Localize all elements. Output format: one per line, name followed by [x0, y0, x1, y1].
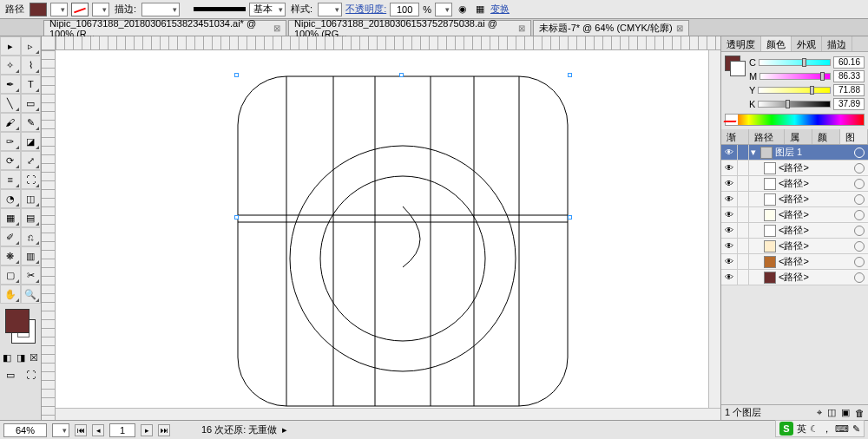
- sublayer-name[interactable]: <路径>: [779, 161, 809, 174]
- stroke-swatch[interactable]: [71, 3, 89, 16]
- gradient-mode-icon[interactable]: ◨: [14, 351, 28, 364]
- lock-column[interactable]: [737, 254, 749, 269]
- shape-builder-tool[interactable]: ◔: [0, 189, 21, 208]
- prev-artboard-icon[interactable]: ◂: [92, 424, 104, 436]
- y-slider[interactable]: [758, 87, 831, 94]
- k-slider[interactable]: [758, 101, 831, 108]
- zoom-dropdown[interactable]: [52, 423, 69, 437]
- target-icon[interactable]: [854, 179, 865, 189]
- sublayer-row[interactable]: 👁<路径>: [721, 176, 868, 192]
- lock-column[interactable]: [737, 207, 749, 222]
- transform-link[interactable]: 变换: [490, 3, 510, 16]
- visibility-icon[interactable]: 👁: [721, 257, 737, 266]
- lasso-tool[interactable]: ⌇: [21, 56, 42, 75]
- visibility-icon[interactable]: 👁: [721, 194, 737, 204]
- eyedropper-tool[interactable]: ✐: [0, 227, 21, 246]
- tab-layers[interactable]: 图层: [840, 129, 868, 144]
- delete-layer-icon[interactable]: 🗑: [855, 408, 865, 418]
- layer-name[interactable]: 图层 1: [775, 146, 802, 159]
- color-mode-icon[interactable]: ◧: [0, 351, 14, 364]
- sublayer-name[interactable]: <路径>: [779, 177, 809, 190]
- opacity-input[interactable]: [390, 3, 419, 16]
- horizontal-scrollbar[interactable]: [56, 408, 720, 420]
- lock-column[interactable]: [737, 145, 749, 160]
- c-value[interactable]: 60.16: [833, 56, 865, 69]
- sublayer-row[interactable]: 👁<路径>: [721, 223, 868, 239]
- sublayer-name[interactable]: <路径>: [779, 255, 809, 268]
- ime-punct-icon[interactable]: ，: [822, 423, 832, 436]
- m-slider[interactable]: [760, 73, 831, 80]
- selection-handle[interactable]: [399, 73, 404, 77]
- visibility-icon[interactable]: 👁: [721, 241, 737, 251]
- tab-pathfinder[interactable]: 路径查: [749, 129, 785, 144]
- vertical-ruler[interactable]: [42, 50, 56, 420]
- rectangle-tool[interactable]: ▭: [21, 94, 42, 113]
- ruler-origin[interactable]: [42, 36, 56, 50]
- y-value[interactable]: 71.88: [833, 84, 865, 96]
- ime-logo-icon[interactable]: S: [779, 422, 793, 436]
- tab-stroke[interactable]: 描边: [822, 36, 852, 51]
- visibility-icon[interactable]: 👁: [721, 147, 737, 157]
- target-icon[interactable]: [854, 210, 865, 220]
- target-icon[interactable]: [854, 241, 865, 252]
- selection-handle[interactable]: [568, 215, 572, 220]
- style-select[interactable]: [318, 3, 342, 16]
- gradient-tool[interactable]: ▤: [21, 208, 42, 227]
- fill-dropdown[interactable]: [50, 3, 68, 16]
- selection-tool[interactable]: ▸: [0, 36, 21, 56]
- new-layer-icon[interactable]: ▣: [841, 407, 850, 418]
- eraser-tool[interactable]: ◪: [21, 132, 42, 151]
- brush-tool[interactable]: 🖌: [0, 113, 21, 132]
- document-tab[interactable]: Nipic_10673188_20180306153823451034.ai* …: [43, 20, 286, 36]
- horizontal-ruler[interactable]: [56, 36, 720, 50]
- lock-column[interactable]: [737, 223, 749, 238]
- disclosure-icon[interactable]: ▾: [749, 147, 758, 158]
- pen-tool[interactable]: ✒: [0, 75, 21, 94]
- graph-tool[interactable]: ▥: [21, 246, 42, 265]
- stroke-type-select[interactable]: 基本: [249, 3, 286, 16]
- none-mode-icon[interactable]: ☒: [27, 351, 41, 364]
- k-value[interactable]: 37.89: [833, 98, 865, 110]
- locate-icon[interactable]: ⌖: [817, 407, 822, 418]
- zoom-input[interactable]: [3, 423, 47, 437]
- vertical-scrollbar[interactable]: [708, 50, 720, 408]
- sublayer-row[interactable]: 👁<路径>: [721, 207, 868, 223]
- sublayer-row[interactable]: 👁<路径>: [721, 254, 868, 270]
- target-icon[interactable]: [854, 272, 865, 283]
- ime-lang[interactable]: 英: [797, 423, 806, 436]
- tab-color[interactable]: 颜色: [761, 36, 792, 51]
- spectrum-bar[interactable]: [725, 114, 865, 126]
- artboard-tool[interactable]: ▢: [0, 265, 21, 285]
- slice-tool[interactable]: ✂: [21, 265, 42, 285]
- lock-column[interactable]: [737, 270, 749, 285]
- tab-opacity[interactable]: 透明度: [721, 36, 761, 51]
- target-icon[interactable]: [854, 194, 865, 205]
- sublayer-row[interactable]: 👁<路径>: [721, 239, 868, 254]
- screen-normal-icon[interactable]: ▭: [3, 368, 17, 382]
- close-icon[interactable]: ⊠: [273, 23, 280, 33]
- screen-full-icon[interactable]: ⛶: [23, 368, 37, 382]
- artboard-input[interactable]: [109, 423, 135, 437]
- first-artboard-icon[interactable]: ⏮: [75, 424, 87, 436]
- selection-handle[interactable]: [234, 73, 239, 77]
- target-icon[interactable]: [854, 257, 865, 267]
- stroke-dropdown[interactable]: [92, 3, 109, 16]
- sublayer-row[interactable]: 👁<路径>: [721, 192, 868, 207]
- direct-select-tool[interactable]: ▹: [21, 36, 42, 56]
- opacity-dropdown[interactable]: [435, 3, 452, 16]
- tab-attributes[interactable]: 属性: [785, 129, 812, 144]
- free-transform-tool[interactable]: ⛶: [21, 170, 42, 189]
- layer-row[interactable]: 👁 ▾ 图层 1: [721, 145, 868, 161]
- fill-stroke-control[interactable]: [3, 307, 37, 345]
- type-tool[interactable]: T: [21, 75, 42, 94]
- target-icon[interactable]: [854, 147, 865, 158]
- tab-color2[interactable]: 颜色: [812, 129, 840, 144]
- sublayer-row[interactable]: 👁<路径>: [721, 161, 868, 176]
- scale-tool[interactable]: ⤢: [21, 151, 42, 170]
- sublayer-name[interactable]: <路径>: [779, 239, 809, 252]
- lock-column[interactable]: [737, 176, 749, 191]
- perspective-tool[interactable]: ◫: [21, 189, 42, 208]
- zoom-tool[interactable]: 🔍: [21, 285, 42, 304]
- ime-moon-icon[interactable]: ☾: [810, 423, 819, 435]
- tab-appearance[interactable]: 外观: [792, 36, 822, 51]
